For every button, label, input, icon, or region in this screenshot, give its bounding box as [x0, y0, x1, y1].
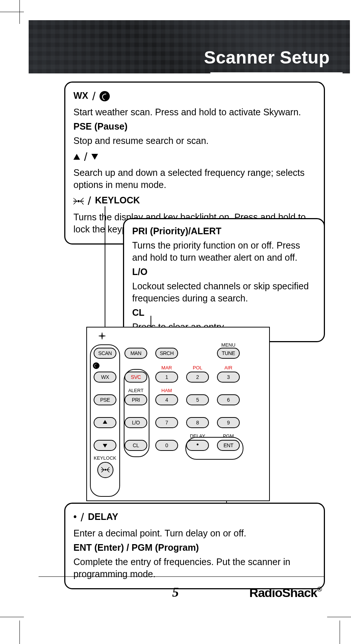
lo-button: L/O	[124, 417, 147, 428]
keylock-button	[97, 462, 113, 478]
footer-rule	[39, 576, 325, 577]
delay-label: DELAY	[186, 433, 209, 439]
light-icon	[101, 467, 109, 472]
keylock-label: KEYLOCK	[94, 455, 116, 461]
key-0-button: 0	[155, 440, 178, 451]
down-button	[94, 440, 116, 451]
crosshair-icon	[99, 333, 105, 339]
key-6-button: 6	[217, 394, 240, 405]
crop-mark	[340, 621, 340, 644]
svc-button: SVC	[124, 372, 147, 383]
up-arrow-icon	[103, 420, 107, 424]
man-button: MAN	[124, 348, 147, 359]
lo-label: L/O	[132, 266, 316, 278]
crop-mark	[0, 617, 24, 617]
ham-label: HAM	[155, 388, 178, 393]
crop-mark	[0, 12, 24, 12]
dot-symbol: •	[73, 511, 77, 522]
key-1-button: 1	[155, 372, 178, 383]
srch-button: SRCH	[155, 348, 178, 359]
down-arrow-icon	[91, 154, 98, 160]
header-band: Scanner Setup	[29, 20, 350, 73]
pse-desc: Stop and resume search or scan.	[73, 135, 316, 147]
key-9-button: 9	[217, 417, 240, 428]
arrows-desc: Search up and down a selected frequency …	[73, 167, 316, 191]
crop-mark	[19, 0, 20, 24]
up-arrow-icon	[73, 154, 80, 160]
pse-label: PSE (Pause)	[73, 120, 316, 133]
key-2-button: 2	[186, 372, 209, 383]
scan-button: SCAN	[94, 348, 116, 359]
delay-desc: Enter a decimal point. Turn delay on or …	[73, 527, 316, 539]
light-icon	[73, 198, 84, 205]
keylock-label: KEYLOCK	[95, 195, 140, 205]
brand-logo: RadioShack®	[249, 586, 322, 600]
wx-desc: Start weather scan. Press and hold to ac…	[73, 106, 316, 118]
callout-pri-lo-cl: PRI (Priority)/ALERT Turns the priority …	[123, 218, 325, 342]
lo-desc: Lockout selected channels or skip specif…	[132, 280, 316, 304]
keypad-diagram: MENU SCAN MAN SRCH TUNE WX SVC MAR 1 POL…	[86, 327, 270, 501]
up-button	[94, 417, 116, 428]
cl-label: CL	[132, 307, 316, 319]
crop-mark	[327, 617, 351, 617]
mar-label: MAR	[155, 365, 178, 370]
page-title: Scanner Setup	[204, 47, 330, 68]
delay-label: DELAY	[88, 511, 118, 522]
pri-desc: Turns the priority function on or off. P…	[132, 239, 316, 264]
key-4-button: 4	[155, 394, 178, 405]
cl-button: CL	[124, 440, 147, 451]
pse-button: PSE	[94, 394, 116, 405]
pri-button: PRI	[124, 394, 147, 405]
alert-label: ALERT	[124, 388, 147, 393]
pri-label: PRI (Priority)/ALERT	[132, 225, 316, 237]
ent-button: ENT	[217, 440, 240, 451]
key-5-button: 5	[186, 394, 209, 405]
ent-label: ENT (Enter) / PGM (Program)	[73, 542, 316, 554]
key-3-button: 3	[217, 372, 240, 383]
connector-line	[105, 206, 105, 346]
key-7-button: 7	[155, 417, 178, 428]
key-8-button: 8	[186, 417, 209, 428]
wx-label: WX	[73, 90, 88, 101]
crop-mark	[19, 621, 20, 644]
skywarn-icon	[99, 91, 110, 101]
air-label: AIR	[217, 365, 240, 370]
down-arrow-icon	[103, 444, 107, 448]
menu-label: MENU	[217, 342, 240, 348]
dot-button: •	[186, 440, 209, 451]
tune-button: TUNE	[217, 348, 240, 359]
skywarn-icon	[93, 362, 99, 369]
pol-label: POL	[186, 365, 209, 370]
pgm-label: PGM	[217, 433, 240, 439]
wx-button: WX	[94, 372, 116, 383]
